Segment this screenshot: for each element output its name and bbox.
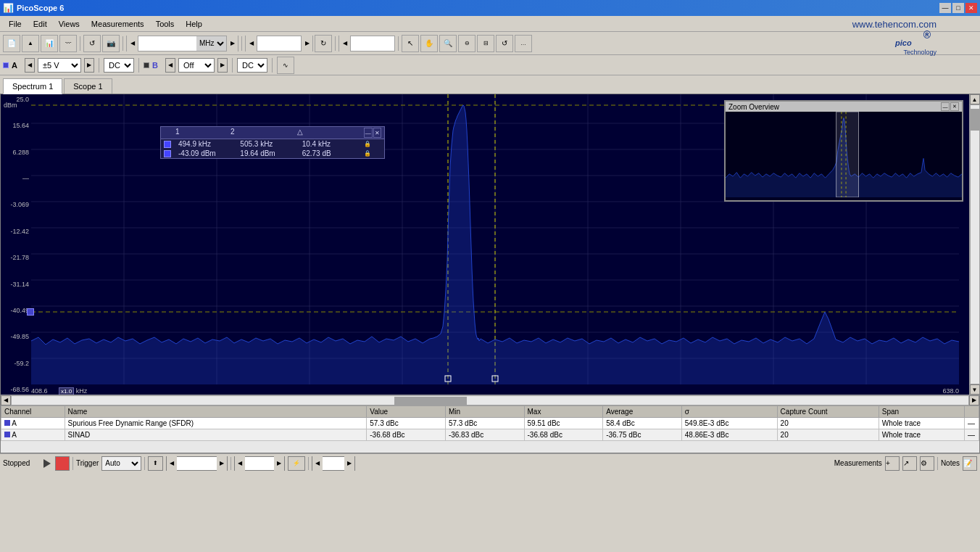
play-button[interactable] (43, 459, 51, 468)
capture-time-group: ◀ 299.6 m ▶ (166, 456, 228, 471)
capture-time-input[interactable]: 299.6 m (177, 457, 217, 470)
channel-b-label: B (152, 61, 162, 70)
zoom-fit-button[interactable]: ↺ (496, 35, 513, 52)
vertical-scrollbar[interactable]: ▲ ▼ (969, 94, 979, 395)
freq-input[interactable]: 1.953 MHz (138, 36, 196, 51)
channel-a-coupling-select[interactable]: DC AC (104, 58, 134, 73)
vscroll-thumb[interactable] (971, 109, 979, 131)
channel-b-coupling-select[interactable]: DC AC (237, 58, 267, 73)
trigger-mode-select[interactable]: Auto Normal Single (101, 456, 141, 471)
channel-a-voltage-select[interactable]: ±5 V ±2 V ±1 V (38, 58, 81, 73)
capture-input[interactable]: 32 of 32 (257, 36, 301, 51)
channel-a-prev[interactable]: ◀ (25, 58, 35, 73)
hscroll-left-button[interactable]: ◀ (1, 395, 11, 405)
stop-button[interactable] (55, 456, 70, 471)
delay-next[interactable]: ▶ (344, 456, 354, 471)
meas-row1-span: Whole trace (879, 418, 964, 429)
delay-group: ◀ 0 s ▶ (312, 456, 355, 471)
refresh-button[interactable]: ↺ (83, 35, 101, 52)
app-title: PicoScope 6 (17, 4, 64, 12)
measurements-export-button[interactable]: ↗ (902, 456, 917, 471)
capture-options-button[interactable]: ↻ (315, 35, 332, 52)
scope-chart-button[interactable]: 〰 (59, 35, 77, 52)
open-button[interactable]: ▲ (22, 35, 39, 52)
menu-edit[interactable]: Edit (28, 18, 53, 30)
new-button[interactable]: 📄 (3, 35, 20, 52)
marker-1-freq1: 494.9 kHz (178, 140, 237, 148)
marker-col2-label: 2 (231, 128, 294, 138)
zoom-overview-close[interactable]: ✕ (950, 102, 959, 111)
menu-file[interactable]: File (3, 18, 28, 30)
y-label-2: 6.288 (1, 149, 31, 156)
bar-chart-button[interactable]: 📊 (41, 35, 58, 52)
menu-views[interactable]: Views (53, 18, 86, 30)
title-controls: — □ ✕ (939, 3, 977, 13)
col-name: Name (65, 406, 367, 418)
zoom-overview-content[interactable] (726, 112, 962, 197)
zoom-window-button[interactable]: ⊟ (477, 35, 494, 52)
vscroll-down-button[interactable]: ▼ (970, 384, 980, 395)
status-label: Stopped (3, 459, 39, 467)
menu-help[interactable]: Help (180, 18, 208, 30)
zoom-overview-button[interactable]: … (515, 35, 532, 52)
trigger-action-button[interactable]: ⚡ (288, 456, 305, 471)
menu-measurements[interactable]: Measurements (86, 18, 150, 30)
measurements-add-button[interactable]: + (885, 456, 900, 471)
zoom-pct-input[interactable]: 10 % (245, 457, 274, 470)
capture-time-next[interactable]: ▶ (217, 456, 227, 471)
channel-b-state-select[interactable]: Off On (178, 58, 215, 73)
zoom-pct-prev[interactable]: ◀ (235, 456, 245, 471)
measurements-options-button[interactable]: ⚙ (920, 456, 934, 471)
zoom-pct-next[interactable]: ▶ (274, 456, 284, 471)
marker-2-val1: -43.09 dBm (178, 149, 237, 157)
tab-spectrum-1[interactable]: Spectrum 1 (3, 78, 62, 94)
cursor-select-button[interactable]: ↖ (402, 35, 419, 52)
tehencom-url: www.tehencom.com (852, 19, 937, 30)
horizontal-scrollbar[interactable]: ◀ ▶ (1, 395, 979, 405)
maximize-button[interactable]: □ (952, 3, 964, 13)
y-label-6: -21.78 (1, 254, 31, 261)
trigger-source-button[interactable]: ⬆ (148, 456, 163, 471)
x-label-right: 638.0 (942, 387, 959, 395)
freq-prev-button[interactable]: ◀ (127, 36, 138, 52)
camera-button[interactable]: 📷 (102, 35, 120, 52)
hscroll-right-button[interactable]: ▶ (969, 395, 979, 405)
math-channel-button[interactable]: ∿ (277, 57, 294, 74)
delay-prev[interactable]: ◀ (312, 456, 323, 471)
close-button[interactable]: ✕ (966, 3, 977, 13)
hscroll-thumb[interactable] (394, 397, 467, 405)
zoom-out-button[interactable]: ⊖ (458, 35, 476, 52)
minimize-button[interactable]: — (939, 3, 951, 13)
status-sep-1 (72, 457, 73, 470)
hscroll-track[interactable] (11, 395, 969, 405)
marker-2-val2: 19.64 dBm (240, 149, 299, 157)
cursor-drag-button[interactable]: ✋ (420, 35, 438, 52)
toolbar-sep-1 (80, 36, 80, 51)
col-max: Max (524, 406, 603, 418)
capture-next-button[interactable]: ▶ (301, 36, 312, 52)
vscroll-up-button[interactable]: ▲ (970, 94, 980, 104)
marker-minimize-button[interactable]: — (364, 128, 373, 138)
channel-sep-2 (138, 58, 139, 73)
marker-close-button[interactable]: ✕ (373, 128, 382, 138)
notes-button[interactable]: 📝 (963, 456, 977, 471)
zoom-in-button[interactable]: 🔍 (439, 35, 457, 52)
delay-input[interactable]: 0 s (323, 457, 344, 470)
spectrum-chart-area[interactable]: 25.0 15.64 6.288 — -3.069 -12.42 -21.78 … (1, 94, 969, 395)
zoom-input[interactable]: x 11.81 (351, 36, 394, 51)
tab-scope-1[interactable]: Scope 1 (64, 78, 112, 94)
freq-unit-select[interactable]: MHz kHz (196, 36, 226, 51)
freq-next-button[interactable]: ▶ (226, 36, 238, 52)
channel-b-next[interactable]: ▶ (217, 58, 228, 73)
vscroll-track[interactable] (970, 104, 980, 384)
channel-b-prev[interactable]: ◀ (165, 58, 175, 73)
zoom-overview-minimize[interactable]: — (941, 102, 950, 111)
channel-a-next[interactable]: ▶ (84, 58, 94, 73)
zoom-prev-button[interactable]: ◀ (339, 36, 351, 52)
menu-tools[interactable]: Tools (150, 18, 180, 30)
col-span: Span (879, 406, 964, 418)
channel-sep-1 (99, 58, 99, 73)
channel-b-indicator (144, 62, 149, 68)
capture-prev-button[interactable]: ◀ (246, 36, 257, 52)
capture-time-prev[interactable]: ◀ (167, 456, 177, 471)
